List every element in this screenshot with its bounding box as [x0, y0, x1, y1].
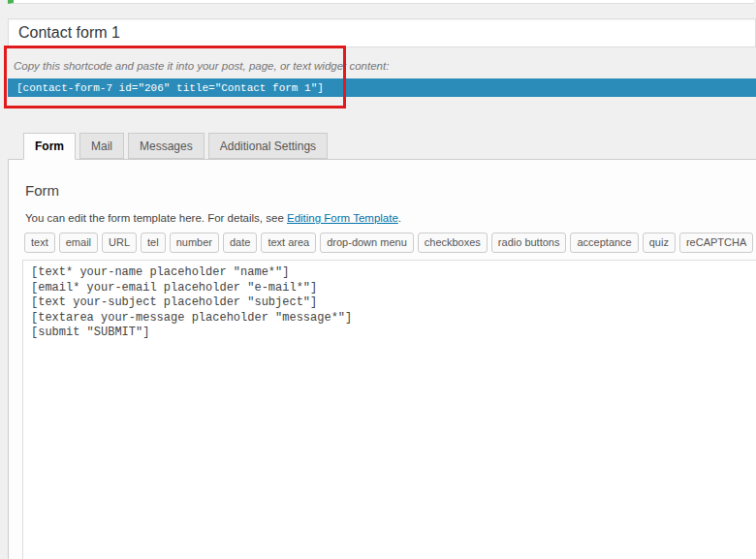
- form-title-input[interactable]: Contact form 1: [8, 18, 756, 47]
- form-tab-panel: Form You can edit the form template here…: [8, 159, 756, 559]
- shortcode-instruction: Copy this shortcode and paste it into yo…: [14, 60, 389, 72]
- shortcode-text: [contact-form-7 id="206" title="Contact …: [16, 82, 324, 94]
- tag-button-radio-buttons[interactable]: radio buttons: [491, 233, 567, 253]
- panel-description-text: You can edit the form template here. For…: [25, 212, 287, 224]
- tag-button-text[interactable]: text: [24, 233, 55, 253]
- tag-button-text-area[interactable]: text area: [261, 233, 316, 253]
- editor-tabs: Form Mail Messages Additional Settings: [23, 133, 328, 160]
- editing-form-template-link[interactable]: Editing Form Template: [287, 212, 398, 224]
- tag-button-number[interactable]: number: [170, 233, 219, 253]
- form-title-text: Contact form 1: [18, 24, 120, 42]
- tag-button-quiz[interactable]: quiz: [643, 233, 676, 253]
- panel-description-period: .: [398, 212, 401, 224]
- tag-button-email[interactable]: email: [59, 233, 98, 253]
- tab-additional-settings[interactable]: Additional Settings: [208, 133, 328, 159]
- form-template-editor[interactable]: [text* your-name placeholder "name*"] [e…: [22, 260, 756, 559]
- tab-mail[interactable]: Mail: [79, 133, 124, 159]
- annotation-highlight-rectangle: [4, 46, 346, 109]
- panel-description: You can edit the form template here. For…: [25, 212, 401, 224]
- tab-form[interactable]: Form: [23, 133, 76, 160]
- tag-button-tel[interactable]: tel: [141, 233, 166, 253]
- panel-heading: Form: [25, 182, 59, 199]
- success-notice-remnant: [8, 0, 754, 4]
- tag-button-acceptance[interactable]: acceptance: [570, 233, 638, 253]
- tag-button-date[interactable]: date: [223, 233, 257, 253]
- tag-button-checkboxes[interactable]: checkboxes: [418, 233, 488, 253]
- tag-generator-buttons: text email URL tel number date text area…: [24, 233, 756, 253]
- shortcode-field[interactable]: [contact-form-7 id="206" title="Contact …: [8, 78, 756, 97]
- tag-button-recaptcha[interactable]: reCAPTCHA: [679, 233, 753, 253]
- tab-messages[interactable]: Messages: [128, 133, 205, 159]
- tag-button-url[interactable]: URL: [102, 233, 137, 253]
- tag-button-drop-down-menu[interactable]: drop-down menu: [320, 233, 414, 253]
